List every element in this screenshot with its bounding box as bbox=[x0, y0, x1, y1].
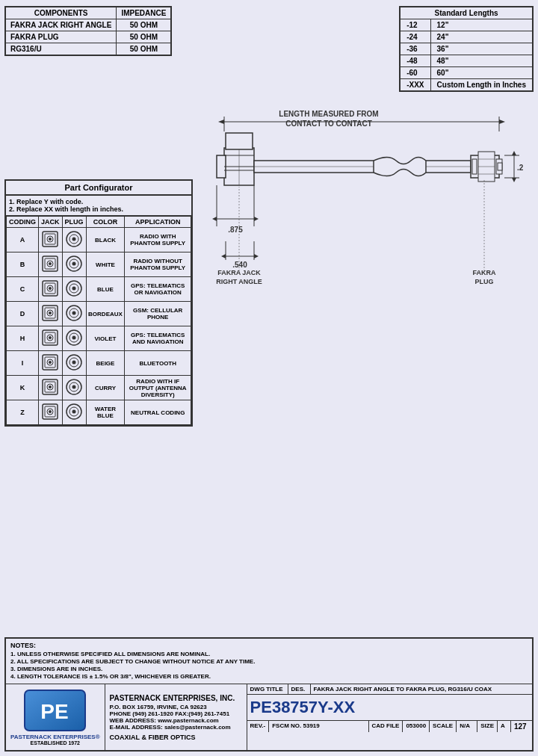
config-app: GSM: CELLULAR PHONE bbox=[125, 302, 191, 326]
config-row: C BLUE GPS: TELEMATICS OR NAVIGATION bbox=[7, 277, 191, 302]
config-row: K CURRY RADIO WITH IF OUTPUT (ANTENNA DI… bbox=[7, 376, 191, 400]
note-item: 3. DIMENSIONS ARE IN INCHES. bbox=[10, 666, 528, 672]
config-app: BLUETOOTH bbox=[125, 351, 191, 376]
svg-marker-85 bbox=[212, 217, 217, 221]
company-address: P.O. BOX 16759, IRVINE, CA 92623 bbox=[110, 704, 242, 710]
config-app: RADIO WITH IF OUTPUT (ANTENNA DIVERSITY) bbox=[125, 376, 191, 400]
component-name: RG316/U bbox=[5, 43, 117, 56]
component-impedance: 50 OHM bbox=[117, 31, 172, 43]
config-jack bbox=[39, 252, 63, 277]
config-color: CURRY bbox=[86, 376, 125, 400]
config-color: BLUE bbox=[86, 277, 125, 302]
size-value-cell: A bbox=[498, 721, 511, 732]
config-row: A BLACK RADIO WITH PHANTOM SUPPLY bbox=[7, 228, 191, 252]
config-color: VIOLET bbox=[86, 326, 125, 351]
technical-drawing: LENGTH MEASURED FROM CONTACT TO CONTACT … bbox=[202, 6, 523, 424]
config-column-header: APPLICATION bbox=[125, 217, 191, 228]
part-config-title: Part Configurator bbox=[6, 181, 191, 196]
rev-cell: REV.- bbox=[247, 721, 270, 732]
svg-point-31 bbox=[49, 336, 52, 339]
notes-section: NOTES: 1. UNLESS OTHERWISE SPECIFIED ALL… bbox=[6, 639, 532, 684]
config-jack bbox=[39, 400, 63, 425]
svg-point-41 bbox=[72, 361, 76, 365]
company-name: PASTERNACK ENTERPRISES, INC. bbox=[110, 694, 242, 702]
config-column-header: PLUG bbox=[62, 217, 86, 228]
svg-text:.540: .540 bbox=[232, 261, 247, 269]
svg-point-52 bbox=[49, 410, 52, 413]
svg-point-34 bbox=[72, 336, 76, 340]
config-app: NEUTRAL CODING bbox=[125, 400, 191, 425]
title-block: NOTES: 1. UNLESS OTHERWISE SPECIFIED ALL… bbox=[4, 637, 534, 752]
svg-point-10 bbox=[49, 262, 52, 265]
component-name: FAKRA JACK RIGHT ANGLE bbox=[5, 19, 117, 31]
config-plug bbox=[62, 326, 86, 351]
config-code: K bbox=[7, 376, 39, 400]
svg-text:.292#: .292# bbox=[517, 164, 523, 172]
svg-marker-91 bbox=[221, 254, 226, 258]
svg-point-17 bbox=[49, 287, 52, 290]
config-table: CODINGJACKPLUGCOLORAPPLICATION A BLACK R… bbox=[6, 216, 191, 425]
svg-text:LENGTH MEASURED FROM: LENGTH MEASURED FROM bbox=[279, 110, 378, 118]
config-app: GPS: TELEMATICS OR NAVIGATION bbox=[125, 277, 191, 302]
des-label: DES. bbox=[288, 684, 311, 694]
dwg-title-row: DWG TITLE DES. FAKRA JACK RIGHT ANGLE TO… bbox=[247, 684, 532, 695]
config-jack bbox=[39, 351, 63, 376]
config-row: Z WATER BLUE NEUTRAL CODING bbox=[7, 400, 191, 425]
config-row: H VIOLET GPS: TELEMATICS AND NAVIGATION bbox=[7, 326, 191, 351]
svg-text:.875: .875 bbox=[228, 226, 243, 234]
fscm-cell: FSCM NO. 53919 bbox=[269, 721, 368, 732]
note-item: 2. ALL SPECIFICATIONS ARE SUBJECT TO CHA… bbox=[10, 658, 528, 665]
config-app: RADIO WITH PHANTOM SUPPLY bbox=[125, 228, 191, 252]
svg-rect-62 bbox=[226, 133, 253, 149]
logo-estab: ESTABLISHED 1972 bbox=[31, 740, 80, 746]
config-code: A bbox=[7, 228, 39, 252]
config-plug bbox=[62, 252, 86, 277]
svg-marker-76 bbox=[218, 120, 224, 124]
logo-area: PE PASTERNACK ENTERPRISES® ESTABLISHED 1… bbox=[6, 684, 105, 750]
company-phone: PHONE (949) 261-1920 FAX:(949) 261-7451 bbox=[110, 710, 242, 717]
impedance-header: IMPEDANCE bbox=[117, 7, 172, 19]
component-row: RG316/U50 OHM bbox=[5, 43, 171, 56]
svg-point-27 bbox=[72, 312, 76, 315]
company-tagline: COAXIAL & FIBER OPTICS bbox=[110, 734, 242, 741]
config-color: BEIGE bbox=[86, 351, 125, 376]
config-plug bbox=[62, 400, 86, 425]
svg-text:PE: PE bbox=[41, 700, 69, 723]
svg-point-38 bbox=[49, 361, 52, 364]
svg-marker-77 bbox=[499, 120, 505, 124]
config-jack bbox=[39, 326, 63, 351]
config-code: D bbox=[7, 302, 39, 326]
page: COMPONENTS IMPEDANCE FAKRA JACK RIGHT AN… bbox=[0, 0, 538, 756]
svg-point-13 bbox=[72, 262, 76, 266]
config-color: WATER BLUE bbox=[86, 400, 125, 425]
svg-marker-92 bbox=[254, 254, 259, 258]
pe-logo-svg: PE bbox=[23, 689, 87, 732]
part-configurator: Part Configurator 1. Replace Y with code… bbox=[4, 179, 193, 427]
scale-label-cell: SCALE bbox=[430, 721, 457, 732]
config-app: GPS: TELEMATICS AND NAVIGATION bbox=[125, 326, 191, 351]
dwg-description: FAKRA JACK RIGHT ANGLE TO FAKRA PLUG, RG… bbox=[311, 684, 532, 694]
config-row: B WHITE RADIO WITHOUT PHANTOM SUPPLY bbox=[7, 252, 191, 277]
svg-point-24 bbox=[49, 312, 52, 315]
config-app: RADIO WITHOUT PHANTOM SUPPLY bbox=[125, 252, 191, 277]
svg-point-45 bbox=[49, 385, 52, 388]
config-code: B bbox=[7, 252, 39, 277]
note-item: 1. UNLESS OTHERWISE SPECIFIED ALL DIMENS… bbox=[10, 651, 528, 657]
component-row: FAKRA JACK RIGHT ANGLE50 OHM bbox=[5, 19, 171, 31]
title-bottom-row: REV.- FSCM NO. 53919 CAD FILE 053000 SCA… bbox=[247, 721, 532, 732]
config-code: H bbox=[7, 326, 39, 351]
config-plug bbox=[62, 351, 86, 376]
size-label-cell: SIZE bbox=[477, 721, 498, 732]
svg-point-48 bbox=[72, 385, 76, 389]
config-column-header: CODING bbox=[7, 217, 39, 228]
component-name: FAKRA PLUG bbox=[5, 31, 117, 43]
config-plug bbox=[62, 376, 86, 400]
svg-rect-74 bbox=[498, 163, 502, 170]
svg-point-20 bbox=[72, 287, 76, 291]
config-code: C bbox=[7, 277, 39, 302]
part-config-notes: 1. Replace Y with code. 2. Replace XX wi… bbox=[6, 196, 191, 216]
svg-rect-69 bbox=[472, 159, 477, 174]
components-table: COMPONENTS IMPEDANCE FAKRA JACK RIGHT AN… bbox=[4, 6, 172, 56]
components-header: COMPONENTS bbox=[5, 7, 117, 19]
config-jack bbox=[39, 228, 63, 252]
